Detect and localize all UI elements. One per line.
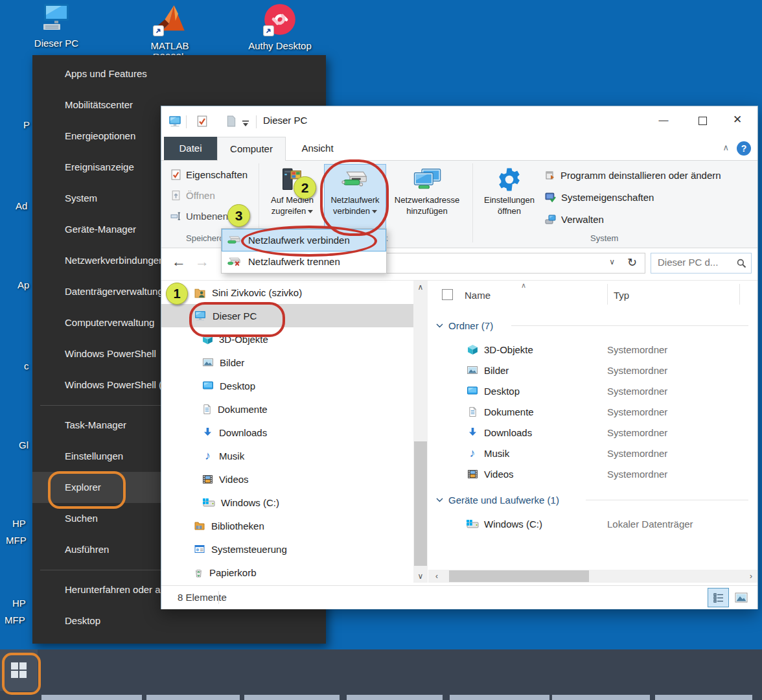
open-label: Öffnen [186,190,215,201]
file-row-windows-c[interactable]: Windows (C:) Lokaler Datenträger [428,513,752,534]
search-input[interactable] [656,256,730,268]
nav-item-windows-c[interactable]: Windows (C:) [161,491,413,514]
desktop-folder-icon [467,386,478,396]
nav-item-label: Musik [219,450,244,461]
taskbar-item[interactable] [244,695,340,700]
forward-button[interactable]: → [195,253,209,270]
edge-desktop-label: Ap [17,279,29,290]
matlab-icon [153,3,187,36]
file-row-documents[interactable]: Dokumente Systemordner [428,401,752,422]
nav-item-pictures[interactable]: Bilder [161,351,413,374]
nav-item-user-profile[interactable]: Sini Zivkovic (szivko) [161,281,413,304]
taskbar-item[interactable] [347,695,443,700]
column-header-type[interactable]: Typ [614,290,629,301]
refresh-icon[interactable]: ↻ [627,255,637,270]
nav-item-libraries[interactable]: Bibliotheken [161,514,413,537]
column-header-name[interactable]: Name [465,290,491,301]
taskbar-item[interactable] [552,695,650,700]
file-name: Windows (C:) [484,519,607,530]
address-dropdown-icon[interactable]: ∨ [609,257,615,266]
tab-file[interactable]: Datei [164,137,217,160]
minimize-button[interactable]: — [649,106,678,134]
file-row-music[interactable]: ♪ Musik Systemordner [428,443,752,463]
nav-item-recycle-bin[interactable]: Papierkorb [161,561,413,584]
nav-item-control-panel[interactable]: Systemsteuerung [161,537,413,561]
add-network-location-button[interactable]: Netzwerkadresse hinzufügen [388,165,466,231]
group-header-devices[interactable]: Geräte und Laufwerke (1) [436,489,559,510]
file-name: Downloads [484,427,607,438]
collapse-ribbon-icon[interactable]: ∧ [722,143,729,152]
taskbar-item[interactable] [655,695,752,700]
file-name: Dokumente [484,406,607,417]
open-settings-button[interactable]: Einstellungen öffnen [477,165,542,231]
scrollbar-thumb[interactable] [449,570,589,582]
properties-button[interactable]: Eigenschaften [168,166,250,183]
qat-properties-icon[interactable] [196,115,208,130]
nav-item-music[interactable]: ♪ Musik [161,444,413,467]
scroll-right-icon[interactable]: › [746,572,756,581]
nav-item-label: Windows (C:) [221,497,279,508]
nav-item-desktop[interactable]: Desktop [161,374,413,397]
group-label: Geräte und Laufwerke (1) [448,495,559,506]
content-hscrollbar[interactable]: ‹ › [428,570,757,583]
drive-windows-icon [466,519,479,529]
file-type: Lokaler Datenträger [607,519,693,530]
system-properties-button[interactable]: Systemeigenschaften [545,188,654,206]
qat-customize-icon[interactable] [242,118,249,130]
nav-scrollbar[interactable]: ∧ ∨ [413,281,428,583]
desktop-icon-authy[interactable]: Authy Desktop [246,3,314,51]
uninstall-program-button[interactable]: Programm deinstallieren oder ändern [545,166,721,184]
nav-item-documents[interactable]: Dokumente [161,397,413,421]
file-row-downloads[interactable]: Downloads Systemordner [428,422,752,443]
group-divider [511,325,748,326]
manage-button[interactable]: Verwalten [545,210,604,228]
sort-ascending-icon: ∧ [521,281,526,290]
column-divider[interactable] [739,284,740,305]
help-button[interactable]: ? [737,141,751,156]
desktop-icon-this-pc[interactable]: Dieser PC [23,3,90,49]
back-button[interactable]: ← [172,253,186,270]
column-divider[interactable] [607,284,608,305]
scroll-left-icon[interactable]: ‹ [430,572,444,581]
file-row-3d-objects[interactable]: 3D-Objekte Systemordner [428,339,752,360]
picture-icon [202,357,214,368]
nav-item-downloads[interactable]: Downloads [161,421,413,444]
divider [186,115,187,128]
details-view-button[interactable] [708,588,729,607]
close-button[interactable]: ✕ [722,106,752,134]
file-type: Systemordner [607,427,667,438]
file-row-desktop[interactable]: Desktop Systemordner [428,380,752,401]
scroll-down-icon[interactable]: ∨ [413,572,428,581]
tab-computer[interactable]: Computer [217,137,286,161]
add-network-label2: hinzufügen [388,205,466,216]
taskbar-item[interactable] [41,695,142,700]
maximize-button[interactable] [687,106,717,134]
taskbar-item[interactable] [450,695,549,700]
taskbar-item[interactable] [146,695,240,700]
open-button[interactable]: Öffnen [168,187,218,204]
access-media-button[interactable]: Auf Medien zugreifen [262,165,323,231]
this-pc-window-icon [168,115,182,130]
menu-item-apps-features[interactable]: Apps und Features [32,58,326,89]
select-all-checkbox[interactable] [442,289,453,300]
annotation-badge-2: 2 [294,176,316,199]
group-header-folders[interactable]: Ordner (7) [436,315,493,336]
desktop: Dieser PC MATLAB R2023b [0,0,762,700]
edge-desktop-label: P [23,119,30,130]
explorer-window: Dieser PC — ✕ Datei Computer Ansicht ∧ ?… [161,106,758,609]
thumbnail-view-button[interactable] [730,588,752,607]
tab-view[interactable]: Ansicht [286,137,349,160]
desktop-icon-matlab[interactable]: MATLAB R2023b [136,3,203,62]
group-label-system: System [590,233,618,243]
file-name: Musik [484,448,607,459]
scroll-up-icon[interactable]: ∧ [413,283,428,292]
user-folder-icon [194,287,206,298]
search-box[interactable] [651,253,752,274]
qat-folder-icon[interactable] [226,115,237,130]
desktop-folder-icon [202,380,214,391]
file-row-pictures[interactable]: Bilder Systemordner [428,360,752,380]
scrollbar-thumb[interactable] [414,441,427,566]
menu-item-desktop[interactable]: Desktop [32,605,326,636]
file-row-videos[interactable]: Videos Systemordner [428,463,752,484]
nav-item-videos[interactable]: Videos [161,467,413,491]
